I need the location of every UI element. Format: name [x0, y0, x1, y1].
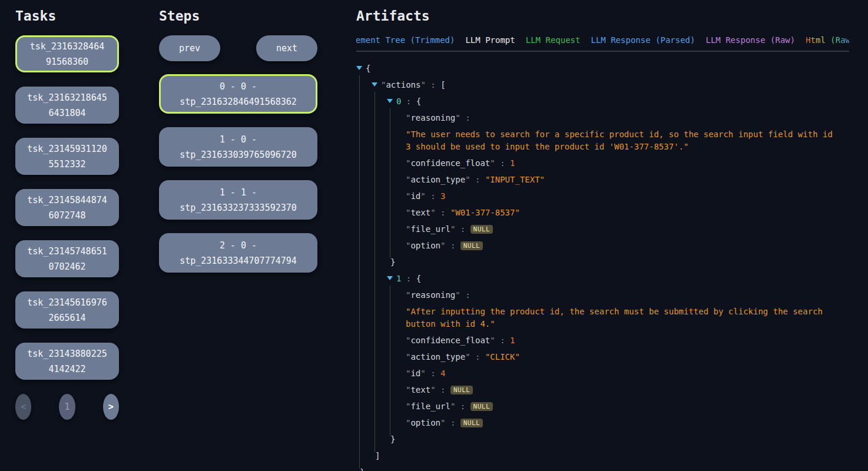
step-button-1[interactable]: 1 - 0 -stp_231633039765096720 — [159, 127, 317, 167]
artifact-tab-llm-response-raw[interactable]: LLM Response (Raw) — [705, 35, 795, 45]
json-colon: : — [426, 80, 440, 89]
json-row: { — [356, 62, 849, 75]
json-row: "The user needs to search for a specific… — [356, 128, 849, 153]
json-null-badge: NULL — [471, 225, 493, 234]
json-bracket: { — [416, 274, 421, 283]
json-row: "file_url" : NULL — [356, 400, 849, 413]
json-row: "action_type" : "CLICK" — [356, 351, 849, 363]
artifact-tab-llm-prompt[interactable]: LLM Prompt — [465, 35, 515, 45]
json-colon: : — [495, 336, 510, 345]
tasks-title: Tasks — [15, 8, 119, 24]
json-colon: : — [401, 274, 416, 283]
json-close-row: } — [356, 466, 849, 471]
json-row: 1 : { — [356, 273, 849, 285]
json-row: "option" : NULL — [356, 417, 849, 429]
step-index-label: 1 - 1 - — [220, 185, 257, 200]
artifact-tab-llm-request[interactable]: LLM Request — [526, 35, 581, 45]
task-button-4[interactable]: tsk_231457486510702462 — [15, 240, 119, 277]
json-colon: : — [471, 175, 485, 184]
json-string-value: "W01-377-8537" — [450, 208, 520, 217]
tasks-pagination: < 1 > — [15, 394, 119, 420]
json-row: "text" : "W01-377-8537" — [356, 207, 849, 219]
artifact-tab-llm-response-parsed[interactable]: LLM Response (Parsed) — [591, 35, 695, 45]
indent-guide-line — [390, 108, 390, 258]
task-button-0[interactable]: tsk_231632846491568360 — [15, 35, 119, 72]
json-row: "actions" : [ — [356, 79, 849, 91]
indent-guide-line — [359, 75, 360, 469]
json-key: "file_url" — [406, 402, 455, 411]
step-button-3[interactable]: 2 - 0 -stp_231633344707774794 — [159, 233, 317, 273]
json-row: "confidence_float" : 1 — [356, 157, 849, 170]
step-nav: prev next — [159, 35, 317, 61]
json-colon: : — [426, 369, 440, 378]
steps-title: Steps — [159, 8, 317, 24]
task-button-5[interactable]: tsk_231456169762665614 — [15, 291, 119, 329]
json-row: "reasoning" : — [356, 289, 849, 301]
next-step-button[interactable]: next — [256, 35, 317, 61]
json-colon: : — [445, 241, 460, 250]
step-id-label: stp_231633344707774794 — [180, 253, 297, 268]
steps-panel: Steps prev next 0 - 0 -stp_2316328464915… — [159, 8, 317, 286]
collapse-toggle-icon[interactable] — [387, 99, 393, 103]
json-string-value: "The user needs to search for a specific… — [406, 130, 837, 151]
step-id-label: stp_231633039765096720 — [180, 147, 297, 162]
app-layout: Tasks tsk_231632846491568360tsk_23163218… — [0, 0, 868, 471]
json-colon: : — [426, 191, 440, 201]
json-key: "file_url" — [406, 224, 455, 234]
json-key: "confidence_float" — [406, 336, 495, 345]
prev-step-button[interactable]: prev — [159, 35, 220, 61]
json-string-value: "After inputting the product id, the sea… — [406, 307, 827, 329]
pagination-next-button[interactable]: > — [103, 394, 119, 420]
artifact-tab-html-raw[interactable]: Html (Raw) — [806, 35, 849, 45]
collapse-toggle-icon[interactable] — [387, 276, 393, 280]
json-bracket: } — [390, 434, 395, 444]
json-close-row: } — [356, 433, 849, 446]
step-button-0[interactable]: 0 - 0 -stp_231632846491568362 — [159, 74, 317, 114]
json-colon: : — [436, 208, 450, 217]
json-key: "action_type" — [406, 352, 471, 361]
tasks-panel: Tasks tsk_231632846491568360tsk_23163218… — [15, 8, 119, 420]
task-button-6[interactable]: tsk_231438802254142422 — [15, 343, 119, 380]
json-null-badge: NULL — [471, 402, 493, 411]
json-viewer: {"actions" : [0 : {"reasoning" :"The use… — [356, 62, 849, 471]
json-string-value: "CLICK" — [485, 352, 520, 361]
json-colon: : — [455, 224, 470, 234]
step-index-label: 1 - 0 - — [220, 132, 257, 147]
json-colon: : — [471, 352, 485, 361]
json-key: "id" — [406, 191, 426, 201]
json-key: "id" — [406, 369, 426, 378]
task-button-3[interactable]: tsk_231458448746072748 — [15, 189, 119, 226]
json-row: "id" : 3 — [356, 190, 849, 203]
json-null-badge: NULL — [450, 386, 473, 394]
collapse-toggle-icon[interactable] — [372, 82, 377, 87]
json-close-row: ] — [356, 450, 849, 462]
step-list: 0 - 0 -stp_2316328464915683621 - 0 -stp_… — [159, 74, 317, 273]
json-colon: : — [460, 290, 471, 300]
json-key: "text" — [406, 208, 436, 217]
indent-guide-line — [390, 286, 390, 436]
json-row: "id" : 4 — [356, 367, 849, 380]
json-key: "reasoning" — [406, 290, 460, 300]
json-key: "text" — [406, 385, 436, 394]
json-row: "text" : NULL — [356, 384, 849, 396]
json-row: "action_type" : "INPUT_TEXT" — [356, 174, 849, 186]
json-bracket: { — [416, 97, 421, 106]
json-row: "file_url" : NULL — [356, 223, 849, 236]
collapse-toggle-icon[interactable] — [356, 66, 362, 70]
task-button-1[interactable]: tsk_231632186456431804 — [15, 87, 119, 124]
json-null-badge: NULL — [460, 241, 483, 250]
json-key: "option" — [406, 241, 445, 250]
pagination-prev-button[interactable]: < — [15, 394, 31, 420]
json-key: "confidence_float" — [406, 158, 495, 168]
json-key: "reasoning" — [406, 113, 460, 122]
json-number-value: 4 — [440, 369, 445, 378]
step-button-2[interactable]: 1 - 1 -stp_231633237333592370 — [159, 180, 317, 220]
artifact-tab-element-tree-trimmed[interactable]: Element Tree (Trimmed) — [356, 35, 455, 45]
indent-guide-line — [375, 92, 375, 452]
json-key: "option" — [406, 418, 445, 427]
json-row: "After inputting the product id, the sea… — [356, 306, 849, 330]
step-id-label: stp_231633237333592370 — [180, 200, 297, 215]
pagination-page-1-button[interactable]: 1 — [59, 394, 75, 420]
task-list: tsk_231632846491568360tsk_23163218645643… — [15, 35, 119, 380]
task-button-2[interactable]: tsk_231459311205512332 — [15, 138, 119, 175]
